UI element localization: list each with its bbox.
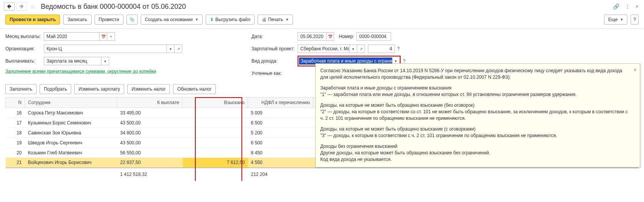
date-label: Дата: [251, 34, 298, 39]
nav-forward-button[interactable]: 🡺 [16, 2, 27, 11]
nav-back-button[interactable]: 🡸 [4, 2, 15, 11]
col-n[interactable]: N [6, 98, 25, 108]
project-number-input[interactable]: 4 [368, 45, 395, 53]
export-icon: ⬇ [210, 17, 214, 22]
cell-ndfl: 8 450 [248, 148, 313, 158]
cell-to-pay: 22 837,50 [117, 158, 183, 168]
date-calendar-icon[interactable]: 📅 [326, 32, 334, 41]
create-based-button[interactable]: Создать на основании▼ [141, 15, 203, 25]
project-dropdown[interactable]: ▾ [349, 45, 357, 53]
project-help-icon[interactable]: ? [397, 46, 400, 51]
number-input[interactable]: 0000-000004 [356, 32, 391, 41]
post-and-close-button[interactable]: Провести и закрыть [5, 15, 60, 25]
project-input[interactable]: Сбербанк России, г. Моск [298, 45, 349, 53]
save-button[interactable]: Записать [63, 15, 91, 25]
org-label: Организация: [5, 46, 44, 51]
pay-dropdown[interactable]: ▾ [102, 57, 109, 65]
cell-collected [183, 128, 248, 138]
calendar-icon[interactable]: 📅 [100, 32, 107, 41]
print-button[interactable]: 🖨Печать▼ [258, 15, 293, 25]
fill-button[interactable]: Заполнить [5, 84, 37, 94]
cell-employee: Войцехович Игорь Борисович [25, 158, 117, 168]
cell-ndfl: 5 200 [248, 128, 313, 138]
org-input[interactable]: Крон-Ц [44, 45, 167, 53]
month-label: Месяц выплаты: [5, 34, 44, 39]
cell-to-pay: 43 500,00 [117, 138, 183, 148]
cell-employee: Сорока Петр Максимович [25, 108, 117, 118]
cell-to-pay: 34 800,00 [117, 128, 183, 138]
edit-tax-button[interactable]: Изменить налог [127, 84, 170, 94]
page-title: Ведомость в банк 0000-000004 от 05.06.20… [41, 3, 610, 11]
help-button[interactable]: ? [631, 15, 639, 25]
cell-ndfl: 5 005 [248, 108, 313, 118]
pick-button[interactable]: Подобрать [40, 84, 71, 94]
cell-collected [183, 138, 248, 148]
month-input[interactable]: Май 2020 [44, 32, 100, 41]
paperclip-icon: 📎 [129, 17, 135, 22]
col-ndfl[interactable]: НДФЛ к перечислению [248, 98, 313, 108]
col-to-pay[interactable]: К выплате [117, 98, 183, 108]
cell-n: 19 [6, 138, 25, 148]
income-help-icon[interactable]: ? [403, 58, 406, 64]
cell-employee: Савинская Зоя Юрьевна [25, 128, 117, 138]
cell-collected: 7 612,50 [183, 158, 248, 168]
cell-to-pay: 33 495,00 [117, 108, 183, 118]
more-button[interactable]: Еще▼ [604, 15, 627, 25]
edit-salary-button[interactable]: Изменить зарплату [74, 84, 124, 94]
month-stepper[interactable]: ÷ [107, 32, 115, 41]
col-employee[interactable]: Сотрудник [25, 98, 117, 108]
org-dropdown[interactable]: ▾ [167, 45, 175, 53]
org-open-icon[interactable]: ↗ [175, 45, 182, 53]
cell-employee: Кузьминых Борис Семенович [25, 118, 117, 128]
project-label: Зарплатный проект: [251, 46, 298, 51]
export-file-button[interactable]: ⬇Выгрузить файл [206, 15, 255, 25]
cell-ndfl: 6 500 [248, 138, 313, 148]
totals-row: 1 412 518,32 212 204 [6, 168, 639, 181]
cell-n: 16 [6, 108, 25, 118]
cell-n: 20 [6, 148, 25, 158]
cell-ndfl: 6 500 [248, 118, 313, 128]
refresh-tax-button[interactable]: Обновить налог [173, 84, 216, 94]
accounted-label: Учтенные как: [251, 71, 298, 76]
income-dropdown-icon[interactable]: ▾ [392, 59, 399, 63]
menu-icon[interactable]: ⋮ [623, 3, 632, 10]
total-to-pay: 1 412 518,32 [117, 168, 183, 181]
cell-n: 17 [6, 118, 25, 128]
cell-collected [183, 148, 248, 158]
col-collected[interactable]: Взыскано [183, 98, 248, 108]
pay-label: Выплачивать: [5, 58, 44, 64]
attach-button[interactable]: 📎 [126, 15, 138, 25]
project-open-icon[interactable]: ↗ [357, 45, 365, 53]
cell-employee: Шведов Игорь Сергеевич [25, 138, 117, 148]
star-icon[interactable]: ☆ [30, 3, 35, 10]
cell-collected [183, 118, 248, 128]
close-icon[interactable]: × [634, 3, 640, 10]
number-label: Номер: [339, 34, 354, 39]
cell-n: 18 [6, 128, 25, 138]
link-icon[interactable]: 🔗 [611, 3, 621, 10]
cell-ndfl: 4 550 [248, 158, 313, 168]
post-button[interactable]: Провести [95, 15, 123, 25]
fill-settings-link[interactable]: Заполнение всеми причитающимися суммами,… [5, 69, 156, 74]
cell-employee: Козьмин Глеб Матвеевич [25, 148, 117, 158]
income-label: Вид дохода: [251, 58, 298, 64]
cell-to-pay: 56 550,00 [117, 148, 183, 158]
cell-collected [183, 108, 248, 118]
tooltip-close-icon[interactable]: × [634, 66, 637, 74]
pay-input[interactable]: Зарплата за месяц [44, 57, 102, 65]
income-tooltip: × Согласно Указанию Банка России от 14.1… [315, 63, 640, 167]
date-input[interactable]: 05.06.2020 [298, 32, 326, 41]
total-ndfl: 212 204 [248, 168, 313, 181]
print-icon: 🖨 [262, 17, 266, 22]
cell-to-pay: 43 500,00 [117, 118, 183, 128]
cell-n: 21 [6, 158, 25, 168]
